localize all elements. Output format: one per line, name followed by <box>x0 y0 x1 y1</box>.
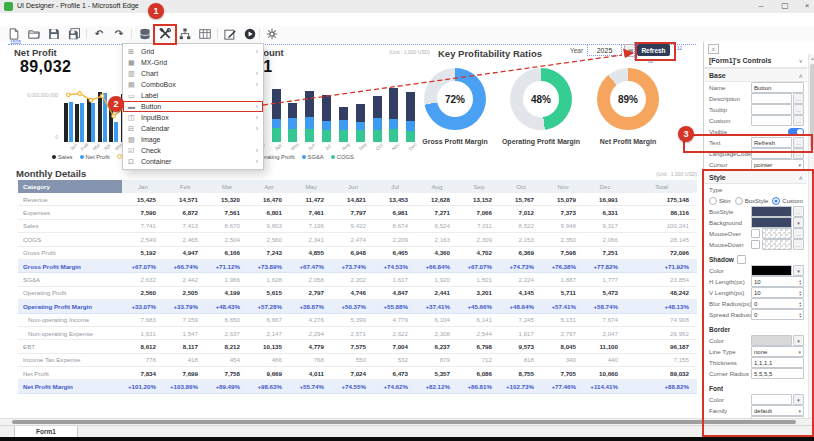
mouseover-checkbox[interactable] <box>751 229 760 238</box>
mousedown-swatch[interactable] <box>762 239 792 250</box>
col-header-may: May <box>290 180 332 193</box>
save-icon[interactable] <box>48 28 60 40</box>
refresh-button[interactable]: Refresh <box>637 44 670 56</box>
menu-item-chart[interactable]: ▥ Chart › <box>123 68 263 79</box>
description-input[interactable] <box>751 93 792 104</box>
close-button[interactable]: × <box>800 1 814 10</box>
custom-input[interactable] <box>751 115 792 126</box>
scroll-thumb[interactable] <box>810 64 814 149</box>
radio-skin[interactable] <box>709 197 717 205</box>
rev-month-label: May <box>290 142 300 152</box>
menu-item-image[interactable]: ▧ Image <box>123 134 263 145</box>
menu-item-combobox[interactable]: ▤ ComboBox › <box>123 79 263 90</box>
prop-row-h-length: H Length(px)10▴▾ <box>704 276 807 287</box>
shadow-checkbox[interactable] <box>737 255 746 264</box>
chevron-down-icon[interactable]: ∨ <box>799 57 807 64</box>
save-all-icon[interactable] <box>68 28 80 40</box>
prop-row-blur-radius: Blur Radius(px)0▴▾ <box>704 298 807 309</box>
submenu-arrow-icon: › <box>256 101 258 112</box>
line-type-select[interactable]: none▾ <box>751 346 804 357</box>
border-color-color-swatch[interactable] <box>751 335 792 346</box>
table-row: Operating Profit Margin+33.07%+33.79%+48… <box>18 300 697 313</box>
design-canvas[interactable]: 1505 Net Profit 89,032 6,000,000,000 0 J… <box>0 42 703 418</box>
v-length-spinner[interactable]: 10▴▾ <box>751 287 804 298</box>
table-unit: (Unit : 1,000 USD) <box>560 171 697 177</box>
thickness-input[interactable]: 1,1,1,1 <box>751 357 804 368</box>
languagecode-ellipsis-button[interactable]: … <box>793 148 804 159</box>
font-color-dropdown-button[interactable]: ▾ <box>793 394 804 405</box>
languagecode-input[interactable] <box>751 148 792 159</box>
tooltip-input[interactable] <box>751 104 792 115</box>
panel-scrollbar[interactable]: ▲ ▼ <box>808 54 814 437</box>
panel-menu-icon[interactable]: ≡ <box>708 44 719 54</box>
menu-item-calendar[interactable]: ⊟ Calendar › <box>123 123 263 134</box>
rev-operatingprofit-segment <box>305 91 314 117</box>
donut-net-profit-margin: 89% <box>597 68 659 130</box>
mouseover-swatch[interactable] <box>762 228 792 239</box>
undo-icon[interactable]: ↶ <box>93 28 105 40</box>
year-combobox[interactable]: 2025 <box>587 44 622 56</box>
mouseover-ellipsis-button[interactable]: … <box>793 228 804 239</box>
run-icon[interactable] <box>244 28 256 40</box>
panel-body: Base∧NameButtonDescription…Tooltip…Custo… <box>704 68 807 438</box>
background-dropdown-button[interactable]: ▾ <box>793 217 804 228</box>
background-color-swatch[interactable] <box>751 217 792 228</box>
horizontal-scroll-thumb[interactable] <box>12 420 796 424</box>
prop-row-custom: Custom… <box>704 115 807 126</box>
menu-item-label[interactable]: ▭ Label <box>123 90 263 101</box>
menu-item-container[interactable]: ⊡ Container › <box>123 156 263 167</box>
minimize-button[interactable]: – <box>754 1 768 10</box>
legend-cogs: COGS <box>331 154 354 160</box>
table-row: Operating Profit2,5602,5054,1995,6152,79… <box>18 286 697 299</box>
section-base[interactable]: Base∧ <box>704 68 807 82</box>
boxstyle-ellipsis-button[interactable]: … <box>793 206 804 217</box>
chevron-up-icon[interactable]: ∧ <box>799 174 807 181</box>
corner-radius-input[interactable]: 5,5,5,5 <box>751 368 804 379</box>
settings-icon[interactable] <box>266 28 278 40</box>
prop-row-type-options: SkinBoxStyleCustom <box>704 195 812 206</box>
spread-radius-spinner[interactable]: 0▴▾ <box>751 309 804 320</box>
menu-item-button[interactable]: ▬ Button › <box>123 101 263 112</box>
border-color-dropdown-button[interactable]: ▾ <box>793 335 804 346</box>
description-ellipsis-button[interactable]: … <box>793 93 804 104</box>
panel-header[interactable]: [Form1]'s Controls ∨ <box>704 54 807 68</box>
edit-icon[interactable] <box>224 28 236 40</box>
mousedown-ellipsis-button[interactable]: … <box>793 239 804 250</box>
text-input[interactable]: Refresh <box>751 137 792 148</box>
radio-boxstyle[interactable] <box>735 197 743 205</box>
address-bar[interactable]: https://aud.bimatrix.com/AUD/designer.js… <box>0 13 814 27</box>
boxstyle-color-swatch[interactable] <box>751 206 792 217</box>
chevron-up-icon[interactable]: ∧ <box>799 72 807 79</box>
text-ellipsis-button[interactable]: … <box>793 137 804 148</box>
component-toolbox-icon[interactable] <box>159 28 171 40</box>
mousedown-checkbox[interactable] <box>751 240 760 249</box>
custom-ellipsis-button[interactable]: … <box>793 115 804 126</box>
dataset-icon[interactable] <box>199 28 211 40</box>
restore-button[interactable]: ▢ <box>778 1 792 10</box>
radio-custom[interactable] <box>772 197 780 205</box>
shadow-color-color-swatch[interactable] <box>751 265 792 276</box>
name-input[interactable]: Button <box>751 82 804 93</box>
prop-row-visible: Visible <box>704 126 807 137</box>
data-source-icon[interactable] <box>139 28 151 40</box>
font-color-color-swatch[interactable] <box>751 394 792 405</box>
prop-row-boxstyle: BoxStyle… <box>704 206 807 217</box>
col-header-category: Category <box>18 180 122 193</box>
menu-item-inputbox[interactable]: ◫ InputBox › <box>123 112 263 123</box>
h-length-spinner[interactable]: 10▴▾ <box>751 276 804 287</box>
hierarchy-icon[interactable] <box>179 28 191 40</box>
menu-item-mx-grid[interactable]: ▦ MX-Grid <box>123 57 263 68</box>
tooltip-ellipsis-button[interactable]: … <box>793 104 804 115</box>
menu-item-grid[interactable]: ⊞ Grid › <box>123 46 263 57</box>
visible-toggle[interactable] <box>788 128 804 136</box>
scroll-up-icon[interactable]: ▲ <box>809 56 814 61</box>
shadow-color-dropdown-button[interactable]: ▾ <box>793 265 804 276</box>
cursor-select[interactable]: pointer▾ <box>751 159 804 170</box>
menu-item-check[interactable]: ☑ Check › <box>123 145 263 156</box>
family-select[interactable]: default▾ <box>751 405 804 416</box>
open-folder-icon[interactable] <box>28 28 40 40</box>
rev-month-label: Aug <box>341 142 351 152</box>
blur-radius-spinner[interactable]: 0▴▾ <box>751 298 804 309</box>
redo-icon[interactable]: ↷ <box>113 28 125 40</box>
section-style[interactable]: Style∧ <box>704 170 807 184</box>
